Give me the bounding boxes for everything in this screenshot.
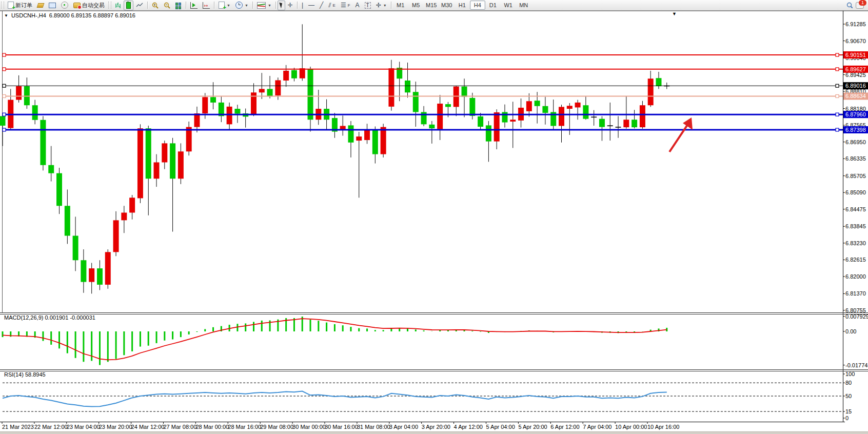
fibonacci-tool-button[interactable]: ☰F <box>338 1 353 10</box>
price-flag-label: 6.89627 <box>845 66 866 72</box>
scroll-to-end-marker[interactable]: ▼ <box>672 11 677 16</box>
line-handle-left[interactable] <box>3 128 6 131</box>
line-handle-left[interactable] <box>3 84 6 87</box>
templates-button[interactable]: ▼ <box>216 1 233 10</box>
vertical-line-tool-button[interactable]: | <box>299 1 306 10</box>
timeframe-button-M5[interactable]: M5 <box>408 1 424 10</box>
arrows-tool-button[interactable]: ✢▼ <box>373 1 389 10</box>
data-window-button[interactable] <box>46 1 58 10</box>
chart-menu-caret-icon[interactable]: ▼ <box>4 13 8 18</box>
line-handle-left[interactable] <box>3 53 6 56</box>
candle-bullish <box>105 252 111 285</box>
candle-bullish <box>129 198 135 212</box>
line-handle-right[interactable] <box>836 68 839 71</box>
price-chart[interactable]: 6.912856.906706.900406.894256.888106.881… <box>0 11 868 434</box>
line-handle-right[interactable] <box>836 53 839 56</box>
candle-bearish <box>372 130 378 154</box>
price-flag-label: 6.90151 <box>845 52 866 58</box>
candle-bearish <box>65 206 70 235</box>
zoom-in-button[interactable] <box>149 1 161 10</box>
candle-bearish <box>32 105 38 120</box>
candle-bearish <box>81 260 86 282</box>
timeframe-button-H4[interactable]: H4 <box>470 1 485 10</box>
timeframe-button-M15[interactable]: M15 <box>424 1 439 10</box>
line-chart-button[interactable] <box>133 1 146 10</box>
candle-bullish <box>364 130 370 140</box>
line-handle-left[interactable] <box>3 113 6 116</box>
window-bottom-strip <box>0 431 868 434</box>
new-order-button[interactable]: 新订单 <box>5 1 35 10</box>
bar-chart-icon <box>115 2 121 8</box>
candle-bullish <box>89 268 94 282</box>
time-axis-label: 7 Apr 04:00 <box>583 424 611 430</box>
line-handle-right[interactable] <box>836 113 839 116</box>
bar-chart-button[interactable] <box>112 1 124 10</box>
candle-bullish <box>154 162 160 179</box>
periods-button[interactable]: ▼ <box>233 1 251 10</box>
time-axis-label: 10 Apr 00:00 <box>615 424 647 430</box>
candle-bearish <box>210 97 216 103</box>
crosshair-tool-button[interactable]: ✛ <box>285 1 295 10</box>
candle-bullish <box>356 136 362 141</box>
candle-bullish <box>162 143 167 162</box>
time-axis-label: 3 Apr 04:00 <box>389 424 418 430</box>
time-axis-label: 22 Mar 12:00 <box>34 424 68 430</box>
timeframe-button-H1[interactable]: H1 <box>455 1 470 10</box>
channel-tool-button[interactable]: ⫽E <box>326 1 338 10</box>
candle-bullish <box>640 105 645 127</box>
rsi-tick-label: 50 <box>845 393 852 399</box>
chart-shift-button[interactable]: ↦ <box>200 1 212 10</box>
data-window-icon <box>49 3 56 8</box>
timeframe-button-D1[interactable]: D1 <box>485 1 501 10</box>
search-icon[interactable] <box>846 2 853 8</box>
tile-windows-button[interactable] <box>173 1 184 10</box>
rsi-tick-label: 0 <box>845 415 849 421</box>
cursor-tool-button[interactable] <box>278 1 285 10</box>
text-label-tool-button[interactable]: T <box>362 1 373 10</box>
trendline-tool-button[interactable]: ╱ <box>317 1 326 10</box>
strategy-tester-button[interactable] <box>188 1 200 10</box>
price-tick-label: 6.88180 <box>845 106 866 112</box>
candle-bearish <box>48 165 54 173</box>
line-handle-right[interactable] <box>836 84 839 87</box>
indicators-button[interactable]: ▼ <box>254 1 274 10</box>
candle-bearish <box>56 173 62 206</box>
toolbar-grip[interactable] <box>1 2 4 9</box>
chat-icon[interactable]: 1 <box>856 2 864 9</box>
horizontal-line-tool-button[interactable]: — <box>306 1 317 10</box>
candlestick-chart-button[interactable] <box>124 1 133 10</box>
rsi-tick-label: 15 <box>845 408 852 415</box>
candle-doji <box>591 116 597 117</box>
toolbar-right: 1 <box>846 2 868 9</box>
timeframe-button-M1[interactable]: M1 <box>393 1 408 10</box>
candle-bullish <box>283 71 289 81</box>
candle-bearish <box>486 125 491 141</box>
candle-bullish <box>275 80 281 95</box>
horizontal-line-icon: — <box>308 2 314 9</box>
time-axis-label: 10 Apr 16:00 <box>647 424 679 430</box>
chart-title: ▼ USDCNH-,H4 6.89000 6.89135 6.88897 6.8… <box>4 12 135 18</box>
timeframe-button-W1[interactable]: W1 <box>501 1 516 10</box>
zoom-out-button[interactable] <box>161 1 173 10</box>
line-handle-left[interactable] <box>3 68 6 71</box>
text-tool-button[interactable]: A <box>353 1 362 10</box>
rsi-tick-label: 80 <box>845 380 852 386</box>
line-handle-right[interactable] <box>836 94 839 97</box>
auto-trading-button[interactable]: 自动交易 <box>71 1 107 10</box>
candle-bearish <box>413 92 419 112</box>
market-watch-button[interactable] <box>35 1 46 10</box>
text-icon: A <box>356 2 360 9</box>
candle-bullish <box>559 107 564 126</box>
timeframe-button-MN[interactable]: MN <box>516 1 531 10</box>
candle-bearish <box>469 98 475 116</box>
timeframe-group: M1M5M15M30H1H4D1W1MN <box>393 1 531 10</box>
signals-button[interactable] <box>58 1 71 10</box>
candle-bullish <box>388 68 394 107</box>
chart-background[interactable] <box>0 11 868 434</box>
chart-window[interactable]: 6.912856.906706.900406.894256.888106.881… <box>0 11 868 434</box>
timeframe-button-M30[interactable]: M30 <box>439 1 455 10</box>
line-handle-right[interactable] <box>836 128 839 131</box>
line-handle-left[interactable] <box>3 94 6 97</box>
toolbar-grip[interactable] <box>108 2 111 9</box>
time-axis-label: 23 Mar 20:00 <box>99 424 132 430</box>
